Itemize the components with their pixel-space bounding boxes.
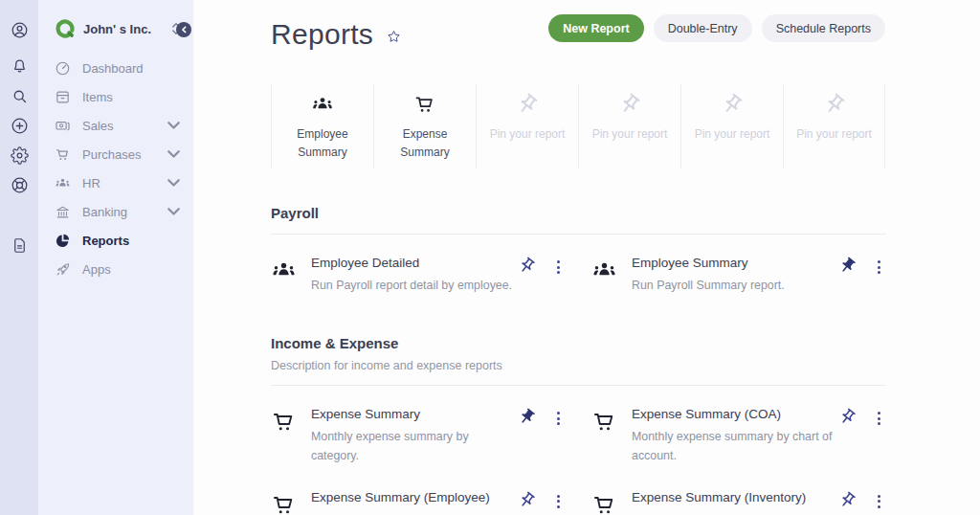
sidebar-item-label: Sales: [82, 119, 114, 133]
sidebar-item-hr[interactable]: HR: [55, 168, 182, 197]
company-switcher[interactable]: John' s Inc.: [55, 18, 182, 39]
report-title[interactable]: Employee Detailed: [311, 256, 518, 270]
pin-slot-empty[interactable]: Pin your report: [578, 84, 680, 168]
pin-icon: [588, 92, 672, 117]
sidebar-item-reports[interactable]: Reports: [55, 226, 182, 255]
sidebar-item-purchases[interactable]: Purchases: [55, 140, 182, 168]
report-card-employee-detailed: Employee Detailed Run Payroll report det…: [271, 235, 566, 299]
more-options-icon[interactable]: [872, 257, 886, 278]
sidebar-item-label: Purchases: [82, 147, 141, 162]
notifications-icon[interactable]: [7, 54, 32, 78]
pin-icon[interactable]: [518, 257, 537, 276]
section-heading: Payroll: [271, 205, 886, 221]
pin-icon[interactable]: [518, 408, 537, 427]
report-description: Run Payroll Summary report.: [632, 277, 835, 295]
cart-icon: [383, 92, 467, 117]
cart-icon: [591, 490, 620, 515]
report-card-expense-summary-inventory: Expense Summary (Inventory) Monthly expe…: [591, 469, 886, 515]
documents-icon[interactable]: [7, 233, 32, 258]
sidebar-item-sales[interactable]: Sales: [55, 111, 182, 140]
reports-icon: [55, 233, 71, 249]
search-icon[interactable]: [7, 83, 32, 108]
schedule-reports-button[interactable]: Schedule Reports: [762, 14, 885, 42]
dashboard-icon: [55, 60, 71, 77]
icon-rail: [0, 0, 38, 515]
report-card-expense-summary: Expense Summary Monthly expense summary …: [271, 386, 566, 468]
more-options-icon[interactable]: [872, 491, 886, 512]
header-actions: New Report Double-Entry Schedule Reports: [548, 14, 885, 42]
add-new-icon[interactable]: [7, 113, 32, 138]
more-options-icon[interactable]: [551, 408, 566, 429]
section-payroll: Payroll Employee Detailed Run Payroll re…: [271, 205, 886, 299]
more-options-icon[interactable]: [872, 408, 886, 429]
report-card-expense-summary-employee: Expense Summary (Employee) Monthly expen…: [271, 469, 566, 515]
chevron-down-icon: [166, 204, 182, 220]
purchases-icon: [55, 146, 71, 163]
sidebar-item-label: Banking: [82, 205, 127, 219]
employees-icon: [280, 92, 365, 117]
section-heading: Income & Expense: [271, 335, 886, 351]
account-icon[interactable]: [7, 17, 32, 42]
report-title[interactable]: Expense Summary (Employee): [311, 490, 518, 504]
employees-icon: [271, 256, 300, 295]
report-description: Monthly expense summary by category.: [311, 428, 514, 464]
sidebar-item-items[interactable]: Items: [55, 82, 182, 111]
pin-icon[interactable]: [838, 257, 858, 276]
chevron-down-icon: [166, 118, 182, 134]
pin-icon[interactable]: [838, 491, 858, 510]
pin-icon: [792, 92, 876, 117]
employees-icon: [591, 256, 620, 295]
help-icon[interactable]: [7, 172, 32, 197]
pin-slot-empty[interactable]: Pin your report: [476, 84, 578, 168]
section-description: Description for income and expense repor…: [271, 359, 886, 372]
report-description: Monthly expense summary by employee.: [311, 511, 514, 515]
report-card-expense-summary-coa: Expense Summary (COA) Monthly expense su…: [591, 386, 886, 468]
sidebar-item-dashboard[interactable]: Dashboard: [55, 54, 182, 82]
sales-icon: [55, 118, 71, 134]
cart-icon: [271, 490, 300, 515]
sidebar-item-label: Apps: [82, 262, 111, 277]
pinned-report-expense-summary[interactable]: Expense Summary: [373, 84, 476, 168]
pin-icon: [485, 92, 569, 117]
chevron-down-icon: [166, 175, 182, 191]
main-content: New Report Double-Entry Schedule Reports…: [193, 0, 980, 515]
banking-icon: [55, 204, 71, 220]
report-title[interactable]: Expense Summary: [311, 407, 518, 421]
pin-icon: [690, 92, 774, 117]
report-description: Monthly expense summary by chart of acco…: [632, 428, 835, 464]
sidebar-item-banking[interactable]: Banking: [55, 197, 182, 226]
pinned-report-employee-summary[interactable]: Employee Summary: [271, 84, 373, 168]
pin-icon[interactable]: [518, 491, 537, 510]
items-icon: [55, 89, 71, 105]
sidebar-item-apps[interactable]: Apps: [55, 255, 182, 283]
sidebar-item-label: Dashboard: [82, 61, 144, 76]
new-report-button[interactable]: New Report: [548, 14, 643, 42]
page-title: Reports: [271, 18, 402, 51]
more-options-icon[interactable]: [551, 257, 566, 278]
cart-icon: [591, 407, 620, 464]
apps-icon: [55, 261, 71, 278]
sidebar-item-label: Items: [82, 90, 113, 104]
section-income-expense: Income & Expense Description for income …: [271, 335, 886, 515]
pin-icon[interactable]: [838, 408, 858, 427]
pinned-reports-row: Employee Summary Expense Summary Pin you…: [271, 84, 886, 168]
more-options-icon[interactable]: [551, 491, 566, 512]
hr-icon: [55, 175, 71, 191]
settings-icon[interactable]: [7, 143, 32, 168]
app-window: John' s Inc. Dashboard Items Sales Purch…: [0, 0, 980, 515]
favorite-star-icon[interactable]: [386, 29, 402, 45]
cart-icon: [271, 407, 300, 464]
report-card-employee-summary: Employee Summary Run Payroll Summary rep…: [591, 235, 886, 299]
company-logo-icon: [55, 18, 76, 39]
double-entry-button[interactable]: Double-Entry: [654, 14, 752, 42]
report-title[interactable]: Expense Summary (COA): [632, 407, 838, 421]
report-title[interactable]: Employee Summary: [632, 256, 838, 270]
sidebar: John' s Inc. Dashboard Items Sales Purch…: [38, 0, 193, 515]
pin-slot-empty[interactable]: Pin your report: [783, 84, 885, 168]
report-description: Monthly expense summary by inventory.: [632, 511, 835, 515]
pin-slot-empty[interactable]: Pin your report: [680, 84, 783, 168]
report-title[interactable]: Expense Summary (Inventory): [632, 490, 838, 504]
sidebar-item-label: Reports: [82, 234, 129, 248]
collapse-sidebar-button[interactable]: [176, 22, 191, 37]
company-name: John' s Inc.: [83, 22, 163, 36]
